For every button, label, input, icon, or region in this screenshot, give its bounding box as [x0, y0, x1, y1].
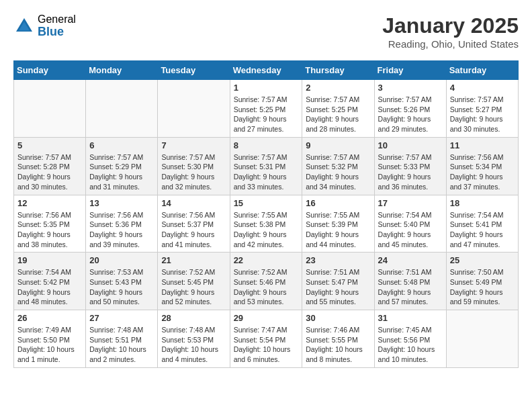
- day-info: Sunrise: 7:54 AMSunset: 5:42 PMDaylight:…: [17, 267, 82, 307]
- calendar-table: SundayMondayTuesdayWednesdayThursdayFrid…: [13, 60, 519, 368]
- calendar-day-cell: 7Sunrise: 7:57 AMSunset: 5:30 PMDaylight…: [158, 137, 230, 195]
- day-number: 15: [234, 198, 299, 208]
- day-number: 25: [450, 255, 515, 265]
- day-info: Sunrise: 7:49 AMSunset: 5:50 PMDaylight:…: [17, 325, 82, 365]
- calendar-day-cell: 13Sunrise: 7:56 AMSunset: 5:36 PMDayligh…: [86, 195, 158, 253]
- calendar-empty-cell: [86, 80, 158, 138]
- calendar-header-row: SundayMondayTuesdayWednesdayThursdayFrid…: [14, 61, 519, 80]
- day-number: 21: [161, 255, 226, 265]
- calendar-day-cell: 8Sunrise: 7:57 AMSunset: 5:31 PMDaylight…: [230, 137, 302, 195]
- calendar-day-cell: 20Sunrise: 7:53 AMSunset: 5:43 PMDayligh…: [86, 253, 158, 310]
- day-number: 13: [89, 198, 154, 208]
- day-header-saturday: Saturday: [446, 61, 518, 80]
- day-header-sunday: Sunday: [14, 61, 86, 80]
- title-block: January 2025 Reading, Ohio, United State…: [382, 13, 519, 50]
- calendar-day-cell: 18Sunrise: 7:54 AMSunset: 5:41 PMDayligh…: [446, 195, 518, 253]
- calendar-day-cell: 30Sunrise: 7:46 AMSunset: 5:55 PMDayligh…: [302, 310, 374, 368]
- day-info: Sunrise: 7:57 AMSunset: 5:31 PMDaylight:…: [234, 152, 299, 192]
- day-number: 23: [306, 255, 370, 265]
- day-number: 12: [17, 198, 82, 208]
- calendar-day-cell: 28Sunrise: 7:48 AMSunset: 5:53 PMDayligh…: [158, 310, 230, 368]
- day-header-friday: Friday: [374, 61, 446, 80]
- day-info: Sunrise: 7:56 AMSunset: 5:37 PMDaylight:…: [161, 210, 226, 250]
- day-info: Sunrise: 7:48 AMSunset: 5:53 PMDaylight:…: [161, 325, 226, 365]
- day-info: Sunrise: 7:55 AMSunset: 5:38 PMDaylight:…: [234, 210, 299, 250]
- day-number: 19: [17, 255, 82, 265]
- day-info: Sunrise: 7:53 AMSunset: 5:43 PMDaylight:…: [89, 267, 154, 307]
- calendar-week-row: 1Sunrise: 7:57 AMSunset: 5:25 PMDaylight…: [14, 80, 519, 138]
- calendar-empty-cell: [446, 310, 518, 368]
- month-title: January 2025: [382, 13, 519, 38]
- day-info: Sunrise: 7:55 AMSunset: 5:39 PMDaylight:…: [306, 210, 370, 250]
- day-info: Sunrise: 7:57 AMSunset: 5:25 PMDaylight:…: [234, 95, 299, 134]
- calendar-day-cell: 10Sunrise: 7:57 AMSunset: 5:33 PMDayligh…: [374, 137, 446, 195]
- day-info: Sunrise: 7:50 AMSunset: 5:49 PMDaylight:…: [450, 267, 515, 307]
- day-number: 24: [378, 255, 443, 265]
- day-header-monday: Monday: [86, 61, 158, 80]
- day-number: 1: [234, 83, 299, 93]
- calendar-day-cell: 6Sunrise: 7:57 AMSunset: 5:29 PMDaylight…: [86, 137, 158, 195]
- day-number: 28: [161, 313, 226, 323]
- calendar-day-cell: 14Sunrise: 7:56 AMSunset: 5:37 PMDayligh…: [158, 195, 230, 253]
- calendar-day-cell: 11Sunrise: 7:56 AMSunset: 5:34 PMDayligh…: [446, 137, 518, 195]
- day-info: Sunrise: 7:57 AMSunset: 5:25 PMDaylight:…: [306, 95, 370, 134]
- day-number: 22: [234, 255, 299, 265]
- day-info: Sunrise: 7:48 AMSunset: 5:51 PMDaylight:…: [89, 325, 154, 365]
- day-number: 17: [378, 198, 443, 208]
- day-info: Sunrise: 7:52 AMSunset: 5:46 PMDaylight:…: [234, 267, 299, 307]
- day-number: 14: [161, 198, 226, 208]
- logo: General Blue: [13, 13, 76, 38]
- location: Reading, Ohio, United States: [382, 38, 519, 50]
- day-number: 4: [450, 83, 515, 93]
- calendar-day-cell: 25Sunrise: 7:50 AMSunset: 5:49 PMDayligh…: [446, 253, 518, 310]
- day-info: Sunrise: 7:51 AMSunset: 5:47 PMDaylight:…: [306, 267, 370, 307]
- day-info: Sunrise: 7:57 AMSunset: 5:32 PMDaylight:…: [306, 152, 370, 192]
- day-info: Sunrise: 7:56 AMSunset: 5:36 PMDaylight:…: [89, 210, 154, 250]
- calendar-day-cell: 9Sunrise: 7:57 AMSunset: 5:32 PMDaylight…: [302, 137, 374, 195]
- day-number: 6: [89, 140, 154, 150]
- calendar-day-cell: 17Sunrise: 7:54 AMSunset: 5:40 PMDayligh…: [374, 195, 446, 253]
- day-info: Sunrise: 7:57 AMSunset: 5:30 PMDaylight:…: [161, 152, 226, 192]
- page-header: General Blue January 2025 Reading, Ohio,…: [13, 13, 519, 50]
- calendar-day-cell: 27Sunrise: 7:48 AMSunset: 5:51 PMDayligh…: [86, 310, 158, 368]
- calendar-day-cell: 23Sunrise: 7:51 AMSunset: 5:47 PMDayligh…: [302, 253, 374, 310]
- calendar-day-cell: 4Sunrise: 7:57 AMSunset: 5:27 PMDaylight…: [446, 80, 518, 138]
- calendar-day-cell: 3Sunrise: 7:57 AMSunset: 5:26 PMDaylight…: [374, 80, 446, 138]
- day-header-tuesday: Tuesday: [158, 61, 230, 80]
- calendar-day-cell: 2Sunrise: 7:57 AMSunset: 5:25 PMDaylight…: [302, 80, 374, 138]
- day-info: Sunrise: 7:54 AMSunset: 5:41 PMDaylight:…: [450, 210, 515, 250]
- calendar-week-row: 19Sunrise: 7:54 AMSunset: 5:42 PMDayligh…: [14, 253, 519, 310]
- day-info: Sunrise: 7:45 AMSunset: 5:56 PMDaylight:…: [378, 325, 443, 365]
- calendar-day-cell: 29Sunrise: 7:47 AMSunset: 5:54 PMDayligh…: [230, 310, 302, 368]
- calendar-day-cell: 22Sunrise: 7:52 AMSunset: 5:46 PMDayligh…: [230, 253, 302, 310]
- day-header-thursday: Thursday: [302, 61, 374, 80]
- day-number: 11: [450, 140, 515, 150]
- day-number: 30: [306, 313, 370, 323]
- calendar-week-row: 12Sunrise: 7:56 AMSunset: 5:35 PMDayligh…: [14, 195, 519, 253]
- calendar-empty-cell: [14, 80, 86, 138]
- day-info: Sunrise: 7:57 AMSunset: 5:27 PMDaylight:…: [450, 95, 515, 134]
- day-number: 27: [89, 313, 154, 323]
- calendar-day-cell: 24Sunrise: 7:51 AMSunset: 5:48 PMDayligh…: [374, 253, 446, 310]
- calendar-day-cell: 16Sunrise: 7:55 AMSunset: 5:39 PMDayligh…: [302, 195, 374, 253]
- day-info: Sunrise: 7:51 AMSunset: 5:48 PMDaylight:…: [378, 267, 443, 307]
- logo-text: General Blue: [38, 13, 76, 38]
- day-info: Sunrise: 7:56 AMSunset: 5:35 PMDaylight:…: [17, 210, 82, 250]
- logo-blue: Blue: [38, 26, 76, 39]
- day-info: Sunrise: 7:57 AMSunset: 5:33 PMDaylight:…: [378, 152, 443, 192]
- logo-icon: [13, 15, 35, 37]
- day-number: 26: [17, 313, 82, 323]
- day-info: Sunrise: 7:57 AMSunset: 5:26 PMDaylight:…: [378, 95, 443, 134]
- day-info: Sunrise: 7:57 AMSunset: 5:29 PMDaylight:…: [89, 152, 154, 192]
- day-number: 5: [17, 140, 82, 150]
- day-number: 7: [161, 140, 226, 150]
- calendar-day-cell: 19Sunrise: 7:54 AMSunset: 5:42 PMDayligh…: [14, 253, 86, 310]
- calendar-day-cell: 26Sunrise: 7:49 AMSunset: 5:50 PMDayligh…: [14, 310, 86, 368]
- calendar-week-row: 26Sunrise: 7:49 AMSunset: 5:50 PMDayligh…: [14, 310, 519, 368]
- day-info: Sunrise: 7:54 AMSunset: 5:40 PMDaylight:…: [378, 210, 443, 250]
- day-number: 18: [450, 198, 515, 208]
- calendar-empty-cell: [158, 80, 230, 138]
- day-number: 20: [89, 255, 154, 265]
- day-number: 16: [306, 198, 370, 208]
- calendar-week-row: 5Sunrise: 7:57 AMSunset: 5:28 PMDaylight…: [14, 137, 519, 195]
